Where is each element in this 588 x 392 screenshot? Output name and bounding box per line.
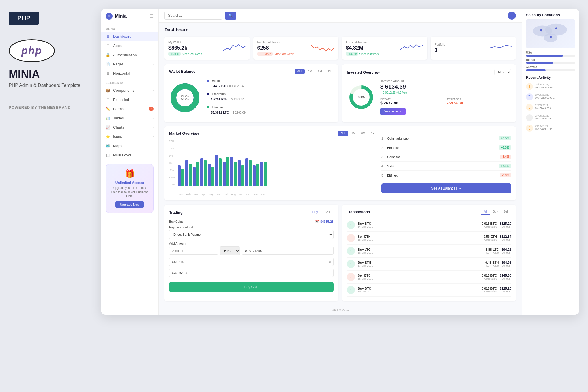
trans-icon: ↑ [347, 221, 355, 229]
see-all-balances-button[interactable]: See All Balances → [381, 183, 511, 193]
layers-icon: ◫ [106, 153, 110, 157]
sidebar-item-components[interactable]: 📦 Components › [101, 86, 158, 95]
payment-select[interactable]: Direct Bank Payment [169, 230, 334, 239]
sidebar-item-authentication[interactable]: 🔒 Authentication › [101, 50, 158, 59]
bitcoin-usd: = $ 4025.32 [229, 85, 244, 88]
market-filter-1y[interactable]: 1Y [369, 131, 377, 136]
location-track [526, 55, 575, 57]
hamburger-icon[interactable]: ☰ [150, 14, 154, 19]
bottom-grid: Trading Buy Sell Buy Coins 📅 $ [164, 205, 516, 301]
bar-group [245, 158, 252, 186]
bar-group [200, 158, 207, 186]
wallet-filter-all[interactable]: ALL [295, 69, 305, 74]
dashboard-grid-top: Wallet Balance ALL 1M 6M 1Y [164, 64, 516, 122]
trans-usd-col: $84.32 Amount [501, 261, 511, 267]
buy-coin-button[interactable]: Buy Coin [169, 282, 334, 292]
exchange-panel: 1 Coinmarketcap +3.5% 2 Binance +8.3% 3 … [381, 131, 511, 196]
location-name: Australia [526, 65, 575, 69]
search-input[interactable] [164, 12, 222, 20]
market-filter-all[interactable]: ALL [338, 131, 348, 136]
location-fill [526, 55, 563, 57]
market-chart-area: Market Overview ALL 1M 6M 1Y [169, 131, 377, 196]
sidebar-item-label-pages: Pages [113, 62, 124, 66]
bar-teal [249, 160, 252, 186]
wallet-filter-6m[interactable]: 6M [316, 69, 324, 74]
trans-coin-col: 1.88 LTC Coin Value [486, 248, 499, 254]
market-filter-6m[interactable]: 6M [359, 131, 368, 136]
user-avatar[interactable] [508, 12, 516, 20]
trans-usd-col: $145.80 Amount [500, 274, 511, 280]
bar-blue [230, 157, 233, 186]
trans-tab-sell[interactable]: Sell [501, 209, 511, 215]
sidebar-item-dashboard[interactable]: ⊞ Dashboard [101, 32, 158, 41]
elements-label: Elements [101, 78, 158, 86]
sidebar-item-label-forms: Forms [113, 107, 124, 111]
trans-name: Buy BTC [358, 287, 479, 290]
sidebar-item-maps[interactable]: 🗺️ Maps › [101, 141, 158, 150]
trans-usd-col: $94.22 Amount [501, 248, 511, 254]
total-input[interactable] [169, 269, 334, 277]
stat-change-text-invested: Since last week [359, 52, 379, 56]
trans-usd-col: $112.34 Amount [500, 235, 511, 241]
forms-badge: 7 [149, 107, 154, 111]
litecoin-name: Litecoin [212, 106, 223, 109]
sidebar-item-forms[interactable]: ✏️ Forms 7 [101, 104, 158, 113]
sidebar-item-apps[interactable]: ⊟ Apps › [101, 41, 158, 50]
wallet-filter-1m[interactable]: 1M [306, 69, 314, 74]
activity-hash: 0xb77ad0099e... [535, 96, 555, 99]
trans-name: Sell BTC [358, 274, 479, 277]
sidebar-item-horizontal[interactable]: ⊟ Horizontal [101, 69, 158, 78]
amount-value-input[interactable] [242, 247, 334, 255]
trans-coin-label: Coin Value [486, 251, 499, 254]
wallet-filter-1y[interactable]: 1Y [325, 69, 334, 74]
sidebar-item-tables[interactable]: 📊 Tables › [101, 113, 158, 123]
trans-tab-buy[interactable]: Buy [490, 209, 501, 215]
trans-coin-amount: 0.56 ETH [484, 235, 497, 238]
invested-overview-header: Invested Overview May [347, 69, 511, 75]
trading-tab-sell[interactable]: Sell [321, 209, 334, 215]
stat-change-text-trades: Since last week [274, 52, 294, 56]
invested-overview-card: Invested Overview May 80% [342, 64, 516, 122]
sidebar-item-multilevel[interactable]: ◫ Multi Level › [101, 150, 158, 160]
svg-point-12 [555, 27, 557, 29]
sidebar-item-charts[interactable]: 📈 Charts › [101, 123, 158, 132]
expense-label: EXPENSES [447, 98, 511, 101]
sidebar-item-pages[interactable]: 📄 Pages › [101, 59, 158, 69]
trading-tab-buy[interactable]: Buy [309, 209, 321, 215]
bar-blue [200, 158, 203, 186]
trans-tab-all[interactable]: All [481, 209, 490, 215]
bar-teal [241, 165, 244, 186]
location-bars: USA Russia Australia [526, 51, 575, 71]
activity-info: 24/05/2021, 0xb77ad0099e... [535, 93, 555, 99]
price-input[interactable] [169, 258, 334, 266]
amount-input[interactable] [169, 247, 218, 255]
payment-label: Payment method : [169, 226, 334, 229]
stat-card-wallet: My Wallet $865.2k +$20.9k Since last wee… [164, 37, 250, 60]
bar-blue [260, 162, 263, 186]
exchange-name: Coinbase [387, 155, 500, 159]
payment-method-group: Payment method : Direct Bank Payment [169, 226, 334, 239]
x-label: Jun [215, 193, 222, 196]
bar-group [260, 162, 267, 186]
transactions-header: Transactions All Buy Sell [347, 209, 511, 215]
sidebar-item-label-icons: Icons [113, 134, 122, 139]
market-filter-1m[interactable]: 1M [349, 131, 358, 136]
sidebar-item-icons[interactable]: ⭐ Icons › [101, 132, 158, 141]
bitcoin-dot [207, 80, 209, 82]
activity-info: 24/05/2021, 0xb77ad0099e... [535, 104, 555, 110]
trans-coin-label: Coin Value [482, 277, 497, 280]
currency-select[interactable]: BTCETHLTC [220, 246, 240, 255]
activity-date: 24/05/2021, [535, 125, 555, 127]
bar-group [223, 157, 229, 186]
stat-label-trades: Number of Trades [257, 41, 308, 44]
sidebar-item-extended[interactable]: ⊞ Extended › [101, 95, 158, 104]
upgrade-button[interactable]: Upgrade Now [115, 201, 144, 208]
activity-item: L 24/05/2021, 0xb77ad0099e... [526, 114, 575, 121]
invested-filter-select[interactable]: May [494, 69, 511, 75]
x-label: Aug [230, 193, 237, 196]
trans-icon: ↓ [347, 234, 355, 242]
exchange-name: Bitfinex [387, 174, 500, 177]
view-more-button[interactable]: View more → [380, 108, 406, 115]
upgrade-desc: Upgrade your plan from a Free trial, to … [111, 186, 149, 198]
search-button[interactable]: 🔍 [225, 12, 236, 20]
